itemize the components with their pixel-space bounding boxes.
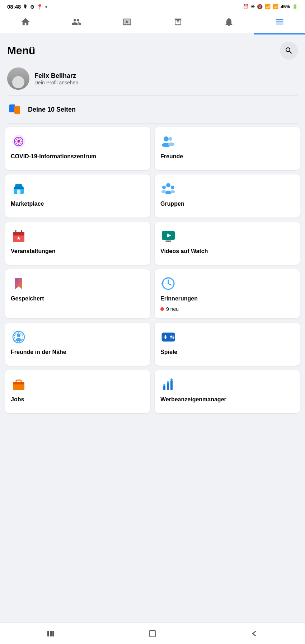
spiele-icon: [160, 329, 176, 345]
svg-rect-44: [170, 380, 173, 390]
svg-rect-8: [17, 190, 20, 194]
hamburger-menu-icon: [274, 17, 285, 28]
freunde-naehe-label: Freunde in der Nähe: [11, 349, 145, 356]
status-bar: 08:48 🎙 ⊖ 📍 ● ⏰ ✳ 🔇 📶 📶 45% 🔋: [0, 0, 305, 12]
menu-card-videos[interactable]: Videos auf Watch: [155, 222, 300, 265]
battery-level: 45%: [281, 4, 290, 9]
freunde-naehe-icon: [11, 329, 27, 345]
home-icon: [20, 17, 30, 28]
svg-point-46: [167, 381, 169, 383]
svg-point-10: [166, 183, 170, 187]
menu-card-gespeichert[interactable]: Gespeichert: [5, 269, 150, 318]
mic-icon: 🎙: [23, 4, 28, 10]
gespeichert-icon: [11, 276, 27, 291]
pages-label: Deine 10 Seiten: [28, 106, 76, 113]
svg-rect-43: [167, 383, 169, 390]
nav-home[interactable]: [0, 12, 51, 33]
location-icon: 📍: [37, 4, 43, 10]
svg-rect-50: [52, 631, 54, 636]
profile-subtitle: Dein Profil ansehen: [34, 80, 78, 85]
erinnerungen-label: Erinnerungen: [160, 295, 294, 303]
menu-card-covid[interactable]: COVID-19-Informationszentrum: [5, 127, 150, 170]
marketplace-label: Marketplace: [11, 200, 145, 208]
svg-point-3: [164, 136, 169, 141]
svg-rect-0: [9, 104, 15, 112]
covid-label: COVID-19-Informationszentrum: [11, 153, 145, 160]
home-button[interactable]: [142, 626, 163, 641]
bottom-bar: [0, 622, 305, 644]
profile-row[interactable]: Felix Beilharz Dein Profil ansehen: [0, 64, 305, 95]
svg-rect-9: [14, 187, 24, 189]
svg-point-37: [170, 337, 172, 339]
svg-rect-48: [47, 631, 49, 636]
menu-card-jobs[interactable]: Jobs: [5, 370, 150, 413]
menu-card-freunde[interactable]: Freunde: [155, 127, 300, 170]
nav-people[interactable]: [51, 12, 102, 33]
badge-dot: [160, 307, 164, 311]
videos-icon: [160, 228, 176, 244]
spiele-label: Spiele: [160, 349, 294, 356]
status-indicators: ⏰ ✳ 🔇 📶 📶 45% 🔋: [243, 4, 298, 9]
people-icon: [71, 17, 81, 28]
dot-icon: ●: [45, 5, 47, 9]
page-content: Menü Felix Beilharz Dein Profil ansehen: [0, 34, 305, 622]
menu-title: Menü: [7, 45, 35, 57]
recent-apps-button[interactable]: [40, 626, 62, 641]
search-button[interactable]: [280, 42, 298, 60]
pages-icon: [7, 102, 23, 117]
profile-info: Felix Beilharz Dein Profil ansehen: [34, 72, 78, 85]
nav-bell[interactable]: [203, 12, 254, 33]
svg-point-28: [17, 333, 20, 337]
alarm-icon: ⏰: [243, 4, 249, 9]
menu-grid: COVID-19-Informationszentrum Freunde: [0, 123, 305, 420]
svg-point-38: [173, 335, 174, 337]
erinnerungen-icon: [160, 276, 176, 291]
nav-menu[interactable]: [254, 12, 305, 33]
werbeanzeigen-icon: [160, 377, 176, 392]
svg-rect-51: [149, 630, 156, 637]
wifi-icon: 📶: [265, 4, 271, 9]
pages-row[interactable]: Deine 10 Seiten: [0, 96, 305, 123]
gruppen-label: Gruppen: [160, 200, 294, 208]
svg-point-6: [168, 143, 174, 146]
menu-card-veranstaltungen[interactable]: Veranstaltungen: [5, 222, 150, 265]
jobs-label: Jobs: [11, 396, 145, 403]
profile-name: Felix Beilharz: [34, 72, 78, 80]
erinnerungen-badge: 9 neu: [160, 306, 294, 312]
menu-header: Menü: [0, 34, 305, 64]
menu-card-werbeanzeigen[interactable]: Werbeanzeigenmanager: [155, 370, 300, 413]
status-time: 08:48 🎙 ⊖ 📍 ●: [7, 4, 47, 10]
svg-point-11: [162, 186, 166, 189]
bluetooth-icon: ✳: [251, 4, 255, 9]
minus-circle-icon: ⊖: [30, 4, 34, 10]
avatar: [7, 67, 29, 90]
werbeanzeigen-label: Werbeanzeigenmanager: [160, 396, 294, 403]
svg-point-45: [163, 384, 165, 386]
back-button[interactable]: [243, 626, 265, 641]
nav-video[interactable]: [102, 12, 152, 33]
menu-card-freunde-naehe[interactable]: Freunde in der Nähe: [5, 323, 150, 366]
menu-card-spiele[interactable]: Spiele: [155, 323, 300, 366]
svg-point-4: [169, 137, 172, 141]
videos-label: Videos auf Watch: [160, 248, 294, 255]
svg-point-15: [170, 190, 175, 193]
veranstaltungen-icon: [11, 228, 27, 244]
nav-store[interactable]: [152, 12, 203, 33]
svg-rect-49: [50, 631, 52, 636]
menu-card-gruppen[interactable]: Gruppen: [155, 174, 300, 218]
marketplace-icon: [11, 181, 27, 197]
covid-icon: [11, 134, 27, 149]
battery-icon: 🔋: [292, 4, 298, 9]
bell-icon: [224, 17, 234, 28]
svg-rect-42: [163, 386, 165, 390]
menu-card-erinnerungen[interactable]: Erinnerungen 9 neu: [155, 269, 300, 318]
veranstaltungen-label: Veranstaltungen: [11, 248, 145, 255]
freunde-label: Freunde: [160, 153, 294, 160]
svg-point-47: [170, 378, 173, 381]
badge-text: 9 neu: [166, 306, 179, 312]
freunde-icon: [160, 134, 176, 149]
nav-bar: [0, 12, 305, 34]
gespeichert-label: Gespeichert: [11, 295, 145, 303]
menu-card-marketplace[interactable]: Marketplace: [5, 174, 150, 218]
store-icon: [173, 17, 183, 28]
